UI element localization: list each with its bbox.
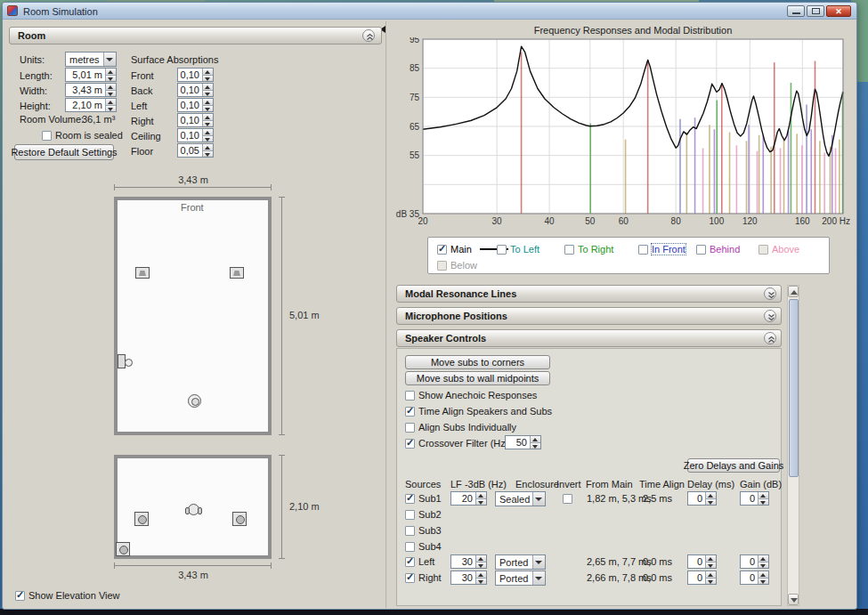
- frequency-chart-svg[interactable]: 9585756555dB 35203040506080100120160200 …: [392, 37, 852, 230]
- length-spinner-down-button[interactable]: [106, 75, 116, 82]
- source-sub1-checkbox[interactable]: [405, 494, 415, 504]
- width-spinner-down-button[interactable]: [106, 90, 116, 97]
- source-left-checkbox[interactable]: [405, 557, 415, 567]
- speaker-collapse-icon[interactable]: [764, 332, 776, 344]
- subwoofer-elevation-icon[interactable]: [116, 542, 130, 556]
- source-right-checkbox[interactable]: [405, 573, 415, 583]
- crossover-frequency-spinner[interactable]: 50: [505, 435, 541, 449]
- absorption-front-spinner-down-button[interactable]: [203, 75, 213, 82]
- taskbar[interactable]: [0, 609, 868, 615]
- legend-to-right-label[interactable]: To Right: [578, 244, 613, 255]
- absorption-right-spinner[interactable]: 0,10: [177, 113, 214, 127]
- row-sub1-delay-spinner[interactable]: 0: [687, 491, 717, 506]
- legend-below-label[interactable]: Below: [450, 260, 477, 271]
- row-left-enclosure-combo[interactable]: Ported: [495, 554, 546, 570]
- source-sub2-checkbox[interactable]: [405, 510, 415, 520]
- right-speaker-elevation-icon[interactable]: [232, 512, 247, 526]
- row-right-delay-spinner-down-button[interactable]: [706, 578, 716, 585]
- section-modal-resonance-lines[interactable]: Modal Resonance Lines: [396, 285, 782, 303]
- legend-to-right-checkbox[interactable]: [564, 245, 574, 255]
- scrollbar-thumb[interactable]: [789, 299, 799, 477]
- legend-in-front-label[interactable]: In Front: [652, 244, 685, 255]
- room-sealed-checkbox[interactable]: [42, 131, 52, 141]
- row-right-enclosure-combo[interactable]: Ported: [495, 570, 546, 586]
- option-crossover-filter-hz--checkbox[interactable]: [405, 439, 415, 449]
- listener-head-icon[interactable]: [188, 504, 199, 515]
- row-right-gain-spinner[interactable]: 0: [740, 570, 769, 585]
- row-right-lf-spinner[interactable]: 30: [450, 570, 487, 585]
- row-left-gain-spinner-down-button[interactable]: [758, 562, 768, 569]
- row-sub1-gain-spinner[interactable]: 0: [740, 491, 769, 506]
- maximize-button[interactable]: [807, 5, 824, 17]
- units-combo[interactable]: metres: [65, 52, 117, 67]
- section-speaker-controls[interactable]: Speaker Controls: [396, 329, 782, 347]
- zero-delays-gains-button[interactable]: Zero Delays and Gains: [687, 458, 780, 473]
- room-collapse-icon[interactable]: [362, 29, 375, 42]
- right-speaker-icon[interactable]: [230, 267, 244, 279]
- row-left-delay-spinner[interactable]: 0: [687, 554, 717, 569]
- row-right-delay-spinner[interactable]: 0: [687, 570, 717, 585]
- minimize-button[interactable]: [787, 5, 805, 17]
- absorption-right-spinner-down-button[interactable]: [203, 120, 213, 127]
- split-pane-divider[interactable]: [385, 21, 386, 608]
- mic-expand-icon[interactable]: [764, 310, 776, 322]
- legend-main-label[interactable]: Main: [450, 244, 472, 255]
- row-sub1-enclosure-combo-dropdown-icon[interactable]: [532, 492, 545, 506]
- length-spinner[interactable]: 5,01 m: [65, 68, 117, 82]
- row-sub1-enclosure-combo[interactable]: Sealed: [495, 491, 546, 506]
- legend-main-checkbox[interactable]: [437, 245, 447, 255]
- absorption-front-spinner[interactable]: 0,10: [177, 68, 214, 82]
- row-sub1-lf-spinner-down-button[interactable]: [476, 498, 486, 506]
- restore-defaults-button[interactable]: Restore Default Settings: [14, 144, 114, 160]
- row-sub1-gain-spinner-down-button[interactable]: [758, 498, 768, 506]
- crossover-frequency-spinner-down-button[interactable]: [531, 442, 540, 449]
- row-right-enclosure-combo-dropdown-icon[interactable]: [532, 571, 545, 585]
- legend-above-checkbox[interactable]: [758, 245, 768, 255]
- row-right-lf-spinner-down-button[interactable]: [476, 578, 486, 585]
- row-left-enclosure-combo-dropdown-icon[interactable]: [532, 555, 545, 569]
- legend-above-label[interactable]: Above: [772, 244, 799, 255]
- absorption-floor-spinner[interactable]: 0,05: [177, 143, 214, 158]
- row-sub1-invert-checkbox[interactable]: [563, 494, 572, 504]
- subwoofer-icon[interactable]: [118, 354, 126, 368]
- left-speaker-elevation-icon[interactable]: [134, 512, 149, 526]
- section-microphone-positions[interactable]: Microphone Positions: [396, 307, 782, 325]
- right-panel-scrollbar[interactable]: [787, 285, 799, 606]
- move-subs-midpoints-button[interactable]: Move subs to wall midpoints: [405, 371, 550, 385]
- row-right-gain-spinner-down-button[interactable]: [758, 578, 768, 585]
- row-left-lf-spinner-down-button[interactable]: [476, 562, 486, 569]
- row-left-lf-spinner[interactable]: 30: [450, 554, 487, 569]
- legend-behind-label[interactable]: Behind: [710, 244, 740, 255]
- scroll-down-button[interactable]: [788, 594, 799, 605]
- height-spinner[interactable]: 2,10 m: [65, 98, 117, 112]
- modal-expand-icon[interactable]: [764, 287, 776, 300]
- legend-below-checkbox[interactable]: [437, 261, 447, 271]
- absorption-ceiling-spinner-down-button[interactable]: [203, 135, 213, 142]
- option-time-align-speakers-and-subs-checkbox[interactable]: [405, 407, 415, 417]
- option-align-subs-individually-checkbox[interactable]: [405, 423, 415, 433]
- source-sub4-checkbox[interactable]: [405, 542, 415, 552]
- window-titlebar[interactable]: [3, 3, 856, 20]
- room-section-header[interactable]: Room: [9, 27, 382, 45]
- left-speaker-icon[interactable]: [135, 267, 150, 279]
- legend-to-left-checkbox[interactable]: [497, 245, 507, 255]
- show-elevation-checkbox[interactable]: [15, 591, 25, 601]
- width-spinner[interactable]: 3,43 m: [65, 83, 117, 97]
- scroll-up-button[interactable]: [788, 286, 799, 297]
- row-left-delay-spinner-down-button[interactable]: [706, 562, 716, 569]
- legend-behind-checkbox[interactable]: [696, 245, 706, 255]
- absorption-ceiling-spinner[interactable]: 0,10: [177, 128, 214, 142]
- option-show-anechoic-responses-checkbox[interactable]: [405, 391, 415, 401]
- source-sub3-checkbox[interactable]: [405, 526, 415, 536]
- units-dropdown-icon[interactable]: [103, 53, 116, 66]
- height-spinner-down-button[interactable]: [106, 105, 116, 112]
- absorption-back-spinner[interactable]: 0,10: [177, 83, 214, 97]
- row-sub1-lf-spinner[interactable]: 20: [450, 491, 487, 506]
- absorption-left-spinner-down-button[interactable]: [203, 105, 213, 112]
- legend-to-left-label[interactable]: To Left: [510, 244, 539, 255]
- close-button[interactable]: ✕: [826, 5, 851, 17]
- row-left-gain-spinner[interactable]: 0: [740, 554, 769, 569]
- row-sub1-delay-spinner-down-button[interactable]: [706, 498, 716, 506]
- legend-in-front-checkbox[interactable]: [638, 245, 648, 255]
- absorption-left-spinner[interactable]: 0,10: [177, 98, 214, 112]
